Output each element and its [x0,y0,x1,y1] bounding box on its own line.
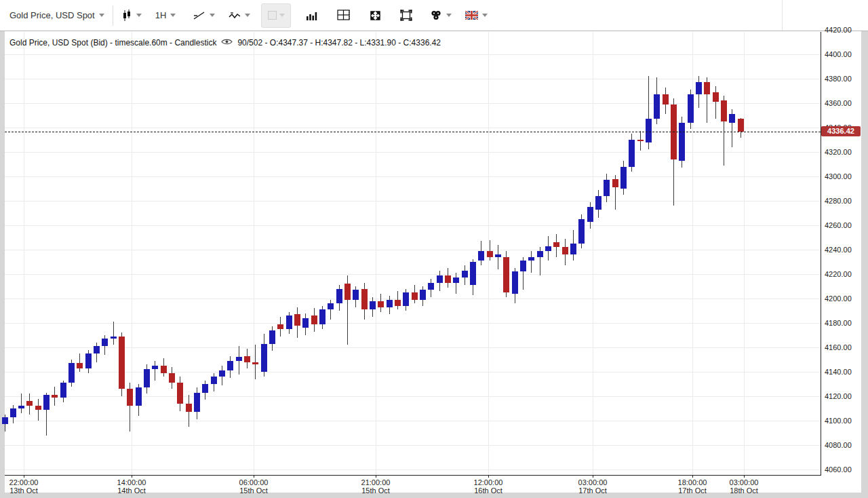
candle-body[interactable] [152,366,158,369]
candle-body[interactable] [77,363,83,368]
candle-body[interactable] [729,114,735,123]
candle-body[interactable] [663,94,669,104]
candle-body[interactable] [194,393,200,413]
candle-body[interactable] [161,366,167,373]
candle-body[interactable] [277,324,283,329]
eye-icon[interactable] [221,38,233,47]
candle-body[interactable] [370,301,376,310]
candle-body[interactable] [169,373,175,383]
candle-body[interactable] [286,315,292,329]
candle-body[interactable] [378,301,384,307]
candle-body[interactable] [26,401,33,406]
candle-body[interactable] [595,196,601,210]
candle-body[interactable] [2,417,8,425]
candle-body[interactable] [620,167,627,189]
candle-body[interactable] [136,387,142,406]
candle-body[interactable] [578,219,585,244]
candle-body[interactable] [177,383,183,404]
candle-body[interactable] [612,179,618,188]
candle-body[interactable] [646,119,652,142]
candle-body[interactable] [186,404,192,413]
candle-body[interactable] [119,337,125,389]
candle-body[interactable] [553,242,559,247]
candle-body[interactable] [520,261,526,271]
candle-body[interactable] [294,314,300,325]
candle-body[interactable] [85,353,92,368]
candle-body[interactable] [111,337,117,339]
candle-wick [21,394,22,413]
candle-body[interactable] [604,180,610,195]
candle-body[interactable] [688,94,694,122]
candle-body[interactable] [252,362,258,365]
candle-body[interactable] [395,300,401,306]
candle-body[interactable] [696,82,702,94]
candle-body[interactable] [344,284,351,299]
candle-body[interactable] [127,389,133,406]
candle-body[interactable] [487,251,493,257]
candle-body[interactable] [453,277,459,282]
candle-body[interactable] [102,339,108,346]
candle-body[interactable] [545,246,551,251]
candle-body[interactable] [94,346,100,353]
candle-body[interactable] [244,356,250,362]
candle-body[interactable] [587,207,593,222]
candle-body[interactable] [387,300,393,307]
candle-body[interactable] [503,257,509,292]
candle-body[interactable] [537,251,543,257]
y-axis-label: 4180.00 [825,319,861,327]
candle-body[interactable] [269,330,275,344]
candle-body[interactable] [528,257,534,261]
candle-body[interactable] [227,361,233,370]
candle-body[interactable] [302,318,309,328]
candle-body[interactable] [679,123,685,161]
candle-body[interactable] [721,100,727,121]
candle-body[interactable] [35,406,41,409]
price-axis-line[interactable] [821,32,821,475]
candle-body[interactable] [68,363,75,383]
candle-body[interactable] [328,303,334,309]
candle-body[interactable] [512,271,518,293]
candle-body[interactable] [18,406,24,408]
chart-plot-area[interactable]: 4060.004080.004100.004120.004140.004160.… [0,0,868,498]
candle-body[interactable] [336,289,342,304]
candle-body[interactable] [403,292,409,306]
gridline-horizontal [5,176,821,177]
candle-body[interactable] [311,315,317,324]
time-axis-line[interactable] [5,475,821,476]
candle-body[interactable] [428,283,434,290]
candle-body[interactable] [437,275,443,283]
candle-body[interactable] [462,271,468,278]
candle-body[interactable] [654,94,660,119]
candle-body[interactable] [211,377,217,384]
candle-body[interactable] [412,292,418,300]
candle-body[interactable] [261,344,267,372]
candle-body[interactable] [713,92,719,102]
candle-body[interactable] [353,290,359,299]
candle-body[interactable] [219,370,225,377]
candle-body[interactable] [52,395,58,398]
candle-body[interactable] [495,254,501,257]
candle-body[interactable] [704,82,710,94]
candle-body[interactable] [738,119,744,132]
candle-body[interactable] [361,289,368,310]
candle-body[interactable] [420,290,426,299]
candle-body[interactable] [470,262,476,285]
x-axis-date: 18th Oct [730,486,758,495]
x-axis-time: 03:00:00 [730,478,759,486]
candle-body[interactable] [570,244,576,254]
candle-body[interactable] [60,383,66,398]
candle-body[interactable] [10,408,16,417]
candle-body[interactable] [629,140,635,167]
candle-body[interactable] [445,275,451,283]
x-axis-date: 13th Oct [9,486,38,495]
candle-body[interactable] [144,369,150,387]
candle-body[interactable] [236,357,242,360]
candle-body[interactable] [202,384,208,393]
candle-body[interactable] [43,395,50,410]
candle-body[interactable] [562,247,568,254]
candle-body[interactable] [478,251,484,261]
gridline-horizontal [5,54,821,55]
candle-body[interactable] [319,309,326,324]
candle-body[interactable] [637,140,644,141]
last-price-line [5,132,821,132]
